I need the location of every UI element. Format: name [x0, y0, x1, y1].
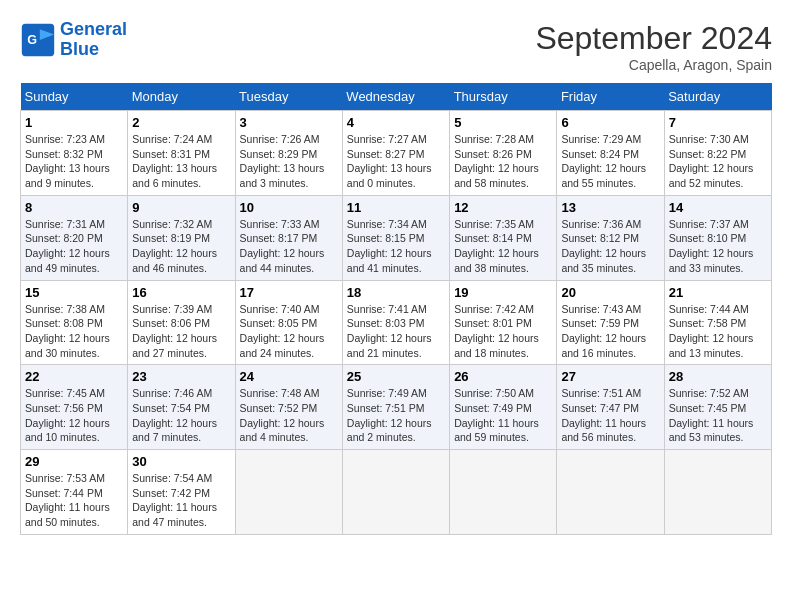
- day-number: 2: [132, 115, 230, 130]
- calendar-cell: 24Sunrise: 7:48 AM Sunset: 7:52 PM Dayli…: [235, 365, 342, 450]
- svg-text:G: G: [27, 32, 37, 46]
- day-info: Sunrise: 7:48 AM Sunset: 7:52 PM Dayligh…: [240, 386, 338, 445]
- day-info: Sunrise: 7:23 AM Sunset: 8:32 PM Dayligh…: [25, 132, 123, 191]
- day-number: 14: [669, 200, 767, 215]
- day-info: Sunrise: 7:35 AM Sunset: 8:14 PM Dayligh…: [454, 217, 552, 276]
- month-title: September 2024: [535, 20, 772, 57]
- day-info: Sunrise: 7:49 AM Sunset: 7:51 PM Dayligh…: [347, 386, 445, 445]
- calendar-cell: 29Sunrise: 7:53 AM Sunset: 7:44 PM Dayli…: [21, 450, 128, 535]
- calendar-cell: 22Sunrise: 7:45 AM Sunset: 7:56 PM Dayli…: [21, 365, 128, 450]
- calendar-cell: 7Sunrise: 7:30 AM Sunset: 8:22 PM Daylig…: [664, 111, 771, 196]
- calendar-week-row: 15Sunrise: 7:38 AM Sunset: 8:08 PM Dayli…: [21, 280, 772, 365]
- day-number: 20: [561, 285, 659, 300]
- weekday-header: Wednesday: [342, 83, 449, 111]
- day-info: Sunrise: 7:36 AM Sunset: 8:12 PM Dayligh…: [561, 217, 659, 276]
- day-number: 21: [669, 285, 767, 300]
- day-info: Sunrise: 7:31 AM Sunset: 8:20 PM Dayligh…: [25, 217, 123, 276]
- day-number: 28: [669, 369, 767, 384]
- day-number: 19: [454, 285, 552, 300]
- calendar-cell: 1Sunrise: 7:23 AM Sunset: 8:32 PM Daylig…: [21, 111, 128, 196]
- weekday-header: Sunday: [21, 83, 128, 111]
- calendar-cell: 6Sunrise: 7:29 AM Sunset: 8:24 PM Daylig…: [557, 111, 664, 196]
- day-info: Sunrise: 7:42 AM Sunset: 8:01 PM Dayligh…: [454, 302, 552, 361]
- day-number: 12: [454, 200, 552, 215]
- calendar-cell: 21Sunrise: 7:44 AM Sunset: 7:58 PM Dayli…: [664, 280, 771, 365]
- calendar-header-row: SundayMondayTuesdayWednesdayThursdayFrid…: [21, 83, 772, 111]
- calendar-cell: 13Sunrise: 7:36 AM Sunset: 8:12 PM Dayli…: [557, 195, 664, 280]
- day-info: Sunrise: 7:46 AM Sunset: 7:54 PM Dayligh…: [132, 386, 230, 445]
- calendar-cell: 8Sunrise: 7:31 AM Sunset: 8:20 PM Daylig…: [21, 195, 128, 280]
- calendar-cell: [450, 450, 557, 535]
- location: Capella, Aragon, Spain: [535, 57, 772, 73]
- day-number: 8: [25, 200, 123, 215]
- calendar-table: SundayMondayTuesdayWednesdayThursdayFrid…: [20, 83, 772, 535]
- calendar-cell: 20Sunrise: 7:43 AM Sunset: 7:59 PM Dayli…: [557, 280, 664, 365]
- day-info: Sunrise: 7:38 AM Sunset: 8:08 PM Dayligh…: [25, 302, 123, 361]
- day-info: Sunrise: 7:51 AM Sunset: 7:47 PM Dayligh…: [561, 386, 659, 445]
- day-number: 23: [132, 369, 230, 384]
- day-info: Sunrise: 7:28 AM Sunset: 8:26 PM Dayligh…: [454, 132, 552, 191]
- day-number: 4: [347, 115, 445, 130]
- calendar-cell: 19Sunrise: 7:42 AM Sunset: 8:01 PM Dayli…: [450, 280, 557, 365]
- day-number: 16: [132, 285, 230, 300]
- day-info: Sunrise: 7:37 AM Sunset: 8:10 PM Dayligh…: [669, 217, 767, 276]
- calendar-cell: 2Sunrise: 7:24 AM Sunset: 8:31 PM Daylig…: [128, 111, 235, 196]
- day-info: Sunrise: 7:34 AM Sunset: 8:15 PM Dayligh…: [347, 217, 445, 276]
- day-number: 26: [454, 369, 552, 384]
- calendar-cell: 28Sunrise: 7:52 AM Sunset: 7:45 PM Dayli…: [664, 365, 771, 450]
- day-number: 9: [132, 200, 230, 215]
- weekday-header: Friday: [557, 83, 664, 111]
- calendar-cell: 25Sunrise: 7:49 AM Sunset: 7:51 PM Dayli…: [342, 365, 449, 450]
- day-info: Sunrise: 7:41 AM Sunset: 8:03 PM Dayligh…: [347, 302, 445, 361]
- day-number: 3: [240, 115, 338, 130]
- day-number: 18: [347, 285, 445, 300]
- day-number: 25: [347, 369, 445, 384]
- calendar-cell: 27Sunrise: 7:51 AM Sunset: 7:47 PM Dayli…: [557, 365, 664, 450]
- calendar-week-row: 8Sunrise: 7:31 AM Sunset: 8:20 PM Daylig…: [21, 195, 772, 280]
- calendar-cell: 17Sunrise: 7:40 AM Sunset: 8:05 PM Dayli…: [235, 280, 342, 365]
- logo-line1: General: [60, 19, 127, 39]
- day-info: Sunrise: 7:29 AM Sunset: 8:24 PM Dayligh…: [561, 132, 659, 191]
- day-info: Sunrise: 7:32 AM Sunset: 8:19 PM Dayligh…: [132, 217, 230, 276]
- day-number: 6: [561, 115, 659, 130]
- day-number: 24: [240, 369, 338, 384]
- logo-icon: G: [20, 22, 56, 58]
- calendar-cell: 14Sunrise: 7:37 AM Sunset: 8:10 PM Dayli…: [664, 195, 771, 280]
- logo: G General Blue: [20, 20, 127, 60]
- day-number: 22: [25, 369, 123, 384]
- day-info: Sunrise: 7:53 AM Sunset: 7:44 PM Dayligh…: [25, 471, 123, 530]
- calendar-cell: 15Sunrise: 7:38 AM Sunset: 8:08 PM Dayli…: [21, 280, 128, 365]
- calendar-cell: [664, 450, 771, 535]
- calendar-week-row: 22Sunrise: 7:45 AM Sunset: 7:56 PM Dayli…: [21, 365, 772, 450]
- weekday-header: Thursday: [450, 83, 557, 111]
- calendar-cell: 5Sunrise: 7:28 AM Sunset: 8:26 PM Daylig…: [450, 111, 557, 196]
- calendar-cell: 4Sunrise: 7:27 AM Sunset: 8:27 PM Daylig…: [342, 111, 449, 196]
- calendar-cell: 11Sunrise: 7:34 AM Sunset: 8:15 PM Dayli…: [342, 195, 449, 280]
- calendar-cell: 3Sunrise: 7:26 AM Sunset: 8:29 PM Daylig…: [235, 111, 342, 196]
- day-info: Sunrise: 7:39 AM Sunset: 8:06 PM Dayligh…: [132, 302, 230, 361]
- calendar-cell: 26Sunrise: 7:50 AM Sunset: 7:49 PM Dayli…: [450, 365, 557, 450]
- day-number: 13: [561, 200, 659, 215]
- day-info: Sunrise: 7:27 AM Sunset: 8:27 PM Dayligh…: [347, 132, 445, 191]
- weekday-header: Saturday: [664, 83, 771, 111]
- weekday-header: Monday: [128, 83, 235, 111]
- day-info: Sunrise: 7:24 AM Sunset: 8:31 PM Dayligh…: [132, 132, 230, 191]
- calendar-cell: 9Sunrise: 7:32 AM Sunset: 8:19 PM Daylig…: [128, 195, 235, 280]
- day-info: Sunrise: 7:44 AM Sunset: 7:58 PM Dayligh…: [669, 302, 767, 361]
- calendar-week-row: 29Sunrise: 7:53 AM Sunset: 7:44 PM Dayli…: [21, 450, 772, 535]
- page-header: G General Blue September 2024 Capella, A…: [20, 20, 772, 73]
- calendar-cell: 12Sunrise: 7:35 AM Sunset: 8:14 PM Dayli…: [450, 195, 557, 280]
- day-info: Sunrise: 7:33 AM Sunset: 8:17 PM Dayligh…: [240, 217, 338, 276]
- calendar-cell: 23Sunrise: 7:46 AM Sunset: 7:54 PM Dayli…: [128, 365, 235, 450]
- day-info: Sunrise: 7:43 AM Sunset: 7:59 PM Dayligh…: [561, 302, 659, 361]
- day-number: 7: [669, 115, 767, 130]
- calendar-cell: [342, 450, 449, 535]
- day-info: Sunrise: 7:45 AM Sunset: 7:56 PM Dayligh…: [25, 386, 123, 445]
- title-block: September 2024 Capella, Aragon, Spain: [535, 20, 772, 73]
- logo-text: General Blue: [60, 20, 127, 60]
- day-info: Sunrise: 7:54 AM Sunset: 7:42 PM Dayligh…: [132, 471, 230, 530]
- day-info: Sunrise: 7:26 AM Sunset: 8:29 PM Dayligh…: [240, 132, 338, 191]
- day-number: 27: [561, 369, 659, 384]
- day-number: 15: [25, 285, 123, 300]
- day-info: Sunrise: 7:52 AM Sunset: 7:45 PM Dayligh…: [669, 386, 767, 445]
